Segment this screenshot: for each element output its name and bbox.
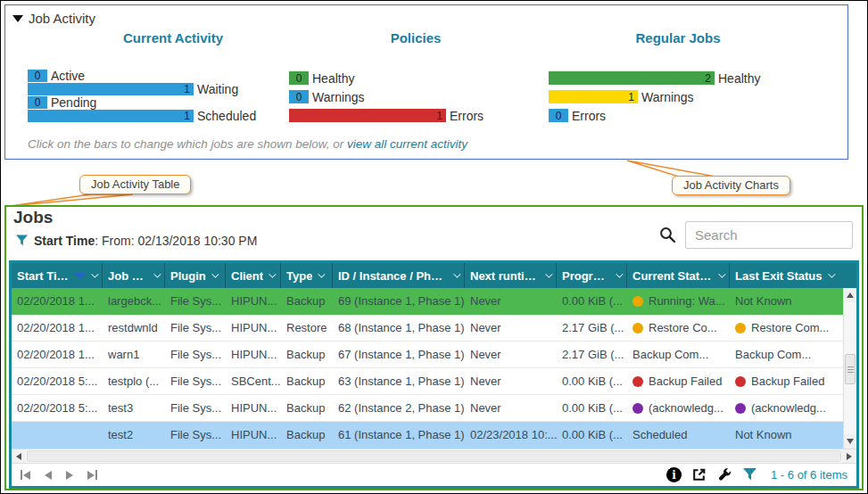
cell-current_status: Scheduled: [627, 428, 730, 441]
activity-bar-scheduled[interactable]: 1: [28, 110, 194, 122]
cell-last_exit: Restore Com...: [730, 321, 843, 334]
table-row[interactable]: 02/20/2018 5:...testplo (...File Sys...S…: [12, 368, 843, 395]
scroll-down-button[interactable]: [844, 434, 856, 449]
horizontal-scroll-thumb[interactable]: [27, 450, 841, 462]
search-input[interactable]: [685, 221, 853, 249]
status-dot: [632, 403, 643, 414]
column-header-start-time[interactable]: Start Time: [12, 263, 103, 288]
activity-bar-errors[interactable]: 0: [549, 109, 568, 122]
cell-current_status: (acknowledg...: [627, 401, 730, 415]
cell-job_title: testplo (...: [103, 375, 165, 388]
view-all-current-activity-link[interactable]: view all current activity: [347, 137, 467, 151]
filter-funnel-icon: [15, 235, 29, 247]
cell-last_exit: (acknowledg...: [730, 401, 843, 415]
cell-plugin: File Sys...: [165, 321, 226, 334]
cell-id_phase: 67 (Instance 1, Phase 1): [333, 348, 465, 361]
column-header-type[interactable]: Type: [281, 263, 333, 288]
collapse-triangle-icon: [12, 15, 23, 22]
cell-next_runtime: Never: [465, 401, 557, 415]
activity-bar-warnings[interactable]: 1: [549, 90, 638, 103]
job-activity-title: Job Activity: [29, 11, 95, 26]
chevron-down-icon: [91, 270, 98, 277]
cell-current_status: Restore Co...: [627, 321, 730, 334]
activity-bar-warnings[interactable]: 0: [289, 90, 309, 103]
activity-bar-errors[interactable]: 1: [289, 109, 446, 122]
info-icon[interactable]: i: [666, 467, 682, 482]
table-row[interactable]: 02/20/2018 1...largebck...File Sys...HIP…: [12, 288, 843, 315]
cell-plugin: File Sys...: [165, 428, 226, 441]
cell-last_exit: Not Known: [730, 294, 843, 308]
cell-type: Backup: [281, 375, 333, 388]
cell-client: HIPUN...: [226, 428, 281, 441]
next-page-button[interactable]: [66, 471, 73, 480]
table-row[interactable]: 02/20/2018 5:...test3File Sys...HIPUN...…: [12, 395, 843, 422]
footer-filter-icon[interactable]: [742, 468, 757, 482]
bar-row-errors: 0Errors: [549, 109, 760, 122]
bar-row-active: 0Active: [28, 70, 256, 82]
cell-id_phase: 62 (Instance 2, Phase 1): [333, 401, 465, 415]
cell-progress: 2.17 GiB (...: [557, 348, 627, 361]
cell-client: HIPUN...: [226, 294, 281, 308]
first-page-button[interactable]: [21, 470, 30, 480]
cell-last_exit: Not Known: [730, 428, 843, 441]
status-dot: [632, 323, 643, 333]
table-row[interactable]: 02/20/2018 1...warn1File Sys...HIPUN...B…: [12, 342, 843, 368]
column-header-job-title[interactable]: Job Title: [103, 263, 165, 288]
filter-value: : From: 02/13/2018 10:30 PM: [95, 234, 257, 248]
activity-bar-waiting[interactable]: 1: [28, 83, 194, 95]
status-dot: [735, 323, 746, 333]
cell-job_title: largebck...: [103, 294, 165, 308]
column-header-plugin[interactable]: Plugin: [165, 263, 226, 288]
cell-client: HIPUN...: [226, 321, 281, 334]
cell-client: HIPUN...: [226, 348, 281, 361]
column-header-id-instance-phase[interactable]: ID / Instance / Phase: [333, 263, 465, 288]
cell-type: Backup: [281, 401, 333, 415]
job-activity-collapse[interactable]: Job Activity: [12, 11, 95, 26]
scroll-up-button[interactable]: [844, 288, 856, 302]
regular-jobs-title: Regular Jobs: [562, 30, 794, 45]
cell-plugin: File Sys...: [165, 375, 226, 388]
tools-wrench-icon[interactable]: [716, 467, 732, 482]
scroll-right-button[interactable]: [842, 449, 856, 463]
cell-id_phase: 69 (Instance 1, Phase 1): [333, 294, 465, 308]
column-header-next-runtime[interactable]: Next runtime: [465, 263, 557, 288]
cell-progress: 2.17 GiB (...: [557, 321, 627, 334]
activity-bar-pending[interactable]: 0: [28, 96, 47, 109]
export-icon[interactable]: [691, 467, 707, 482]
bar-label: Errors: [572, 109, 606, 123]
table-header-row: Start TimeJob TitlePluginClientTypeID / …: [12, 263, 856, 288]
sort-descending-icon: [75, 273, 86, 279]
status-dot: [632, 296, 643, 307]
cell-progress: 0.00 KiB (...: [557, 375, 627, 388]
bar-row-waiting: 1Waiting: [28, 83, 256, 95]
table-row[interactable]: 02/20/2018 1...restdwnldFile Sys...HIPUN…: [12, 315, 843, 342]
callout-job-activity-table: Job Activity Table: [79, 175, 191, 194]
current-activity-title: Current Activity: [57, 30, 289, 45]
cell-start_time: 02/20/2018 1...: [12, 294, 103, 308]
activity-bar-healthy[interactable]: 2: [549, 71, 715, 85]
chevron-down-icon: [318, 270, 326, 277]
bar-label: Warnings: [641, 90, 694, 104]
cell-plugin: File Sys...: [165, 401, 226, 415]
column-header-current-status[interactable]: Current Status: [627, 263, 730, 288]
last-page-button[interactable]: [87, 470, 97, 480]
cell-start_time: 02/20/2018 1...: [12, 321, 103, 334]
scroll-left-button[interactable]: [12, 449, 26, 463]
vertical-scrollbar[interactable]: [843, 288, 856, 449]
column-header-progress[interactable]: Progress: [557, 263, 627, 288]
table-row[interactable]: test2File Sys...HIPUN...Backup61 (Instan…: [12, 422, 843, 449]
activity-bar-healthy[interactable]: 0: [289, 71, 309, 85]
column-header-last-exit-status[interactable]: Last Exit Status: [730, 263, 856, 288]
cell-next_runtime: 02/23/2018 10:...: [465, 428, 557, 441]
search-icon: [659, 226, 676, 243]
column-header-client[interactable]: Client: [226, 263, 281, 288]
chevron-down-icon: [211, 270, 219, 277]
jobs-panel: Jobs Start Time: From: 02/13/2018 10:30 …: [4, 205, 864, 490]
horizontal-scrollbar[interactable]: [12, 449, 856, 463]
chevron-down-icon: [828, 270, 835, 277]
previous-page-button[interactable]: [45, 471, 52, 480]
cell-client: HIPUN...: [226, 401, 281, 415]
vertical-scroll-thumb[interactable]: [845, 354, 856, 384]
activity-bar-active[interactable]: 0: [28, 70, 47, 82]
cell-next_runtime: Never: [465, 375, 557, 388]
